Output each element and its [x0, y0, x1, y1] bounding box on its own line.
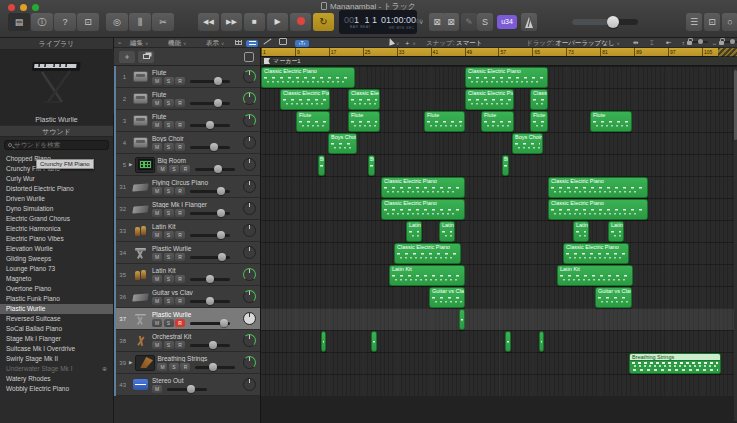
library-item[interactable]: Elevation Wurlie [0, 244, 113, 254]
play-button[interactable]: ▶ [267, 13, 288, 31]
volume-slider[interactable] [190, 344, 230, 347]
mute-button[interactable]: M [152, 187, 162, 195]
mute-button[interactable]: M [152, 99, 162, 107]
mute-button[interactable]: M [152, 253, 162, 261]
pan-knob[interactable] [243, 290, 256, 303]
replace-button[interactable]: ⊠ [443, 13, 459, 31]
midi-region[interactable]: Latin Kit [389, 265, 465, 286]
volume-slider[interactable] [190, 80, 230, 83]
volume-thumb[interactable] [209, 363, 217, 371]
record-enable-button[interactable]: R [175, 143, 185, 151]
pan-knob[interactable] [243, 268, 256, 281]
midi-region[interactable]: Classic Electric Piano [465, 89, 514, 110]
volume-thumb[interactable] [210, 143, 218, 151]
zoom-fit-button[interactable]: ⇤ [666, 38, 671, 48]
horizontal-zoom-slider[interactable]: ↔ [712, 38, 737, 48]
pan-knob[interactable] [243, 224, 256, 237]
library-item[interactable]: Distorted Electric Piano [0, 184, 113, 194]
midi-region[interactable]: Classic Electric Piano [530, 89, 548, 110]
record-enable-button[interactable]: R [175, 99, 185, 107]
record-enable-button[interactable]: R [175, 341, 185, 349]
mute-button[interactable]: M [152, 275, 162, 283]
volume-thumb[interactable] [206, 121, 214, 129]
mute-button[interactable]: M [152, 385, 162, 393]
midi-region[interactable] [321, 331, 326, 352]
midi-region[interactable] [539, 331, 544, 352]
track-header-34[interactable]: 34Plastic WurlieMSR [114, 242, 260, 264]
mute-button[interactable]: M [152, 297, 162, 305]
volume-thumb[interactable] [206, 275, 214, 283]
quick-help-button[interactable]: ? [54, 13, 76, 31]
record-button[interactable] [290, 13, 311, 31]
track-header-37[interactable]: 37Plastic WurlieMSR [114, 308, 260, 330]
library-item[interactable]: Reversed Suitcase [0, 314, 113, 324]
track-header-32[interactable]: 32Stage Mk I FlangerMSR [114, 198, 260, 220]
record-enable-button[interactable]: R [175, 231, 185, 239]
library-item[interactable]: SoCal Ballad Piano [0, 324, 113, 334]
midi-region[interactable]: Flute [530, 111, 548, 132]
solo-button[interactable]: S [164, 143, 174, 151]
solo-button[interactable]: S [164, 341, 174, 349]
pan-knob[interactable] [243, 202, 256, 215]
disclosure-triangle-icon[interactable]: ▶ [129, 162, 132, 167]
volume-thumb[interactable] [214, 77, 222, 85]
track-header-35[interactable]: 35Latin KitMSR [114, 264, 260, 286]
loop-browser-button[interactable]: ○ [722, 13, 737, 31]
midi-region[interactable]: Bi [318, 155, 325, 176]
library-item[interactable]: Suitcase Mk I Overdrive [0, 344, 113, 354]
solo-button[interactable]: S [164, 121, 174, 129]
mute-button[interactable]: M [152, 209, 162, 217]
library-toggle-button[interactable]: ▤ [8, 13, 30, 31]
midi-region[interactable]: Flute [481, 111, 514, 132]
midi-region[interactable] [371, 331, 377, 352]
library-item[interactable]: Electric Harmonica [0, 224, 113, 234]
record-enable-button[interactable]: R [175, 275, 185, 283]
volume-slider[interactable] [195, 168, 235, 171]
track-header-38[interactable]: 38Orchestral KitMSR [114, 330, 260, 352]
snap-menu[interactable]: スマート [456, 38, 482, 48]
edit-menu[interactable]: 編集∨ [130, 38, 148, 48]
add-track-button[interactable]: ＋ [119, 51, 135, 63]
pan-knob[interactable] [243, 136, 256, 149]
solo-button[interactable]: S [164, 99, 174, 107]
midi-region[interactable]: Flute [424, 111, 465, 132]
pan-knob[interactable] [243, 356, 256, 369]
midi-region[interactable]: Classic Electric Piano [381, 199, 465, 220]
pan-knob[interactable] [243, 158, 256, 171]
disclosure-triangle-icon[interactable]: ▶ [129, 360, 132, 365]
volume-thumb[interactable] [214, 99, 222, 107]
stop-button[interactable]: ■ [244, 13, 265, 31]
midi-region[interactable]: Classic Electric Piano [548, 199, 648, 220]
bar-ruler[interactable]: 191725334149576573818997105 [261, 48, 737, 57]
library-item[interactable]: Electric Piano Vibes [0, 234, 113, 244]
mute-button[interactable]: M [152, 319, 162, 327]
volume-slider[interactable] [190, 234, 230, 237]
rewind-button[interactable]: ◀◀ [198, 13, 219, 31]
midi-region[interactable]: Classic Electric Piano [348, 89, 380, 110]
mute-button[interactable]: M [152, 143, 162, 151]
solo-button[interactable]: S [164, 275, 174, 283]
track-header-2[interactable]: 2FluteMSR [114, 88, 260, 110]
master-volume-thumb[interactable] [607, 16, 619, 28]
auto-zoom-button[interactable]: ⌶ [650, 38, 654, 48]
midi-region[interactable]: Latin [608, 221, 624, 242]
mute-button[interactable]: M [152, 121, 162, 129]
midi-region[interactable]: Flute [296, 111, 330, 132]
marker-strip[interactable]: マーカー1 [261, 57, 737, 66]
editors-button[interactable]: ✂ [152, 13, 174, 31]
library-item[interactable]: Curly Wur [0, 174, 113, 184]
tuner-badge[interactable]: u34 [497, 15, 517, 29]
library-item[interactable]: Gliding Sweeps [0, 254, 113, 264]
volume-slider[interactable] [190, 278, 230, 281]
cycle-button[interactable]: ↻ [313, 13, 334, 31]
midi-region[interactable]: Classic Electric Piano [563, 243, 629, 264]
solo-button[interactable]: S [164, 297, 174, 305]
midi-region[interactable]: Bi [368, 155, 375, 176]
pan-knob[interactable] [243, 334, 256, 347]
library-item[interactable]: Underwater Stage Mk I⊕ [0, 364, 113, 374]
midi-region[interactable] [459, 309, 465, 330]
solo-button[interactable]: S [164, 319, 174, 327]
track-header-39[interactable]: 39▶Breathing StringsMSR [114, 352, 260, 374]
pan-knob[interactable] [243, 378, 256, 391]
volume-slider[interactable] [195, 366, 235, 369]
